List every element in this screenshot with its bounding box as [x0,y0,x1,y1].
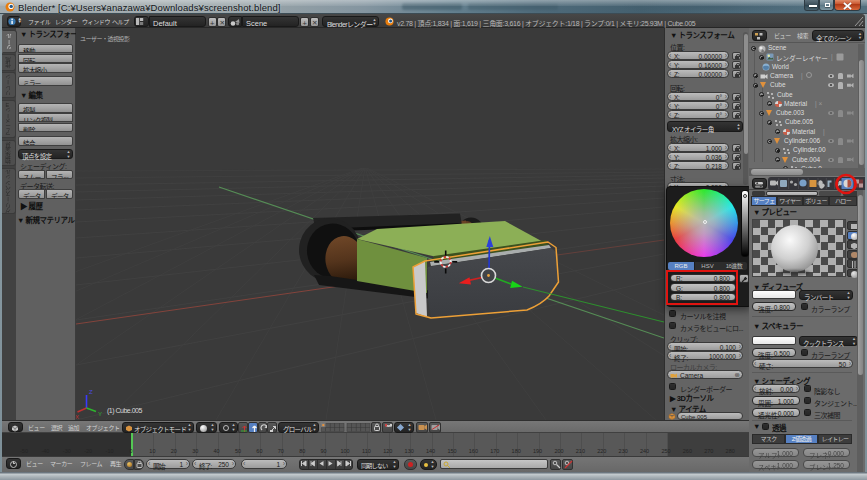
svg-text:Z: Z [89,389,93,395]
svg-text:Y: Y [98,411,102,417]
